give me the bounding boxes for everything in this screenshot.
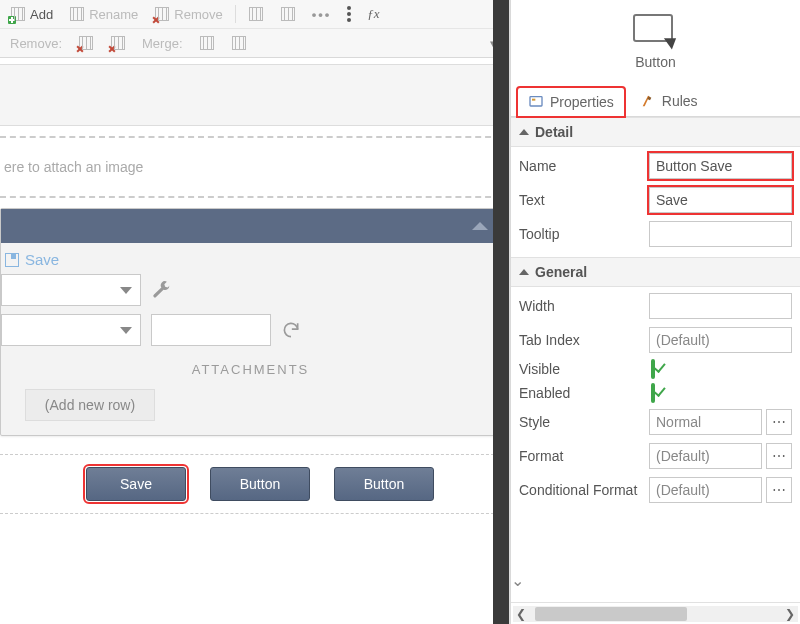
- section-detail-body: Name Text Tooltip: [511, 147, 800, 257]
- toolbar-grid-button-1[interactable]: [244, 4, 268, 24]
- form-card-title-text: Save: [25, 251, 59, 268]
- dots-vertical-icon: [347, 6, 351, 22]
- canvas-toolbar: Add Rename Remove ••• ƒx Remove:: [0, 0, 509, 58]
- caret-up-icon: [519, 269, 529, 275]
- merge-right-icon: [199, 35, 215, 51]
- properties-footer: ❮ ❯: [511, 602, 800, 624]
- scroll-right-button[interactable]: ❯: [782, 606, 798, 622]
- tab-rules-label: Rules: [662, 93, 698, 109]
- prop-condformat-input[interactable]: [649, 477, 762, 503]
- toolbar-separator: [235, 5, 236, 23]
- prop-visible-label: Visible: [519, 361, 649, 377]
- tab-properties-label: Properties: [550, 94, 614, 110]
- prop-enabled-checkbox[interactable]: [651, 383, 655, 403]
- section-detail-label: Detail: [535, 124, 573, 140]
- prop-condformat-label: Conditional Format: [519, 482, 649, 498]
- properties-header: Button: [511, 0, 800, 78]
- toolbar-add-button[interactable]: Add: [6, 4, 57, 24]
- design-button-3[interactable]: Button: [334, 467, 434, 501]
- button-control-icon: [633, 14, 679, 48]
- rules-icon: [640, 93, 656, 109]
- form-card-header[interactable]: [1, 209, 500, 243]
- toolbar-remove-col-b[interactable]: [106, 33, 130, 53]
- section-general-header[interactable]: General: [511, 257, 800, 287]
- toolbar-add-label: Add: [30, 7, 53, 22]
- merge-down-icon: [231, 35, 247, 51]
- wrench-icon[interactable]: [151, 280, 171, 300]
- grid-rename-icon: [69, 6, 85, 22]
- drop-zone-hint: ere to attach an image: [4, 159, 143, 175]
- caret-up-icon: [519, 129, 529, 135]
- toolbar-remove-button[interactable]: Remove: [150, 4, 226, 24]
- design-button-save[interactable]: Save: [86, 467, 186, 501]
- prop-style-input[interactable]: [649, 409, 762, 435]
- toolbar-merge-a[interactable]: [195, 33, 219, 53]
- prop-width-input[interactable]: [649, 293, 792, 319]
- horizontal-scrollbar[interactable]: ❮ ❯: [513, 606, 798, 622]
- grid-icon: [280, 6, 296, 22]
- properties-tabs: Properties Rules: [511, 78, 800, 117]
- scrollbar-thumb[interactable]: [535, 607, 687, 621]
- chevron-down-icon: [120, 327, 132, 334]
- chevron-down-icon: [120, 287, 132, 294]
- prop-width-label: Width: [519, 298, 649, 314]
- canvas-top-panel: [0, 64, 509, 126]
- toolbar-remove-label: Remove: [174, 7, 222, 22]
- combo-field-2[interactable]: [1, 314, 141, 346]
- properties-icon: [528, 94, 544, 110]
- save-icon: [5, 253, 19, 267]
- design-button-2[interactable]: Button: [210, 467, 310, 501]
- svg-rect-1: [532, 99, 535, 101]
- toolbar-remove-col-label: Remove:: [6, 34, 66, 53]
- toolbar-remove-col-a[interactable]: [74, 33, 98, 53]
- form-card: Save ATTACHMENTS (Add new row): [0, 208, 501, 436]
- combo-field-1[interactable]: [1, 274, 141, 306]
- toolbar-grid-button-2[interactable]: [276, 4, 300, 24]
- prop-condformat-ellipsis[interactable]: ⋯: [766, 477, 792, 503]
- remove-row-icon: [110, 35, 126, 51]
- toolbar-fx-button[interactable]: ƒx: [363, 4, 383, 24]
- grid-icon: [248, 6, 264, 22]
- chevron-up-icon: [472, 222, 488, 230]
- prop-text-label: Text: [519, 192, 649, 208]
- fx-icon: ƒx: [367, 6, 379, 22]
- toolbar-merge-label: Merge:: [138, 34, 186, 53]
- prop-enabled-label: Enabled: [519, 385, 649, 401]
- add-row-button[interactable]: (Add new row): [25, 389, 155, 421]
- prop-tooltip-input[interactable]: [649, 221, 792, 247]
- prop-style-label: Style: [519, 414, 649, 430]
- section-general-body: Width Tab Index Visible Enabled Style ⋯: [511, 287, 800, 513]
- prop-name-label: Name: [519, 158, 649, 174]
- prop-format-input[interactable]: [649, 443, 762, 469]
- prop-text-input[interactable]: [649, 187, 792, 213]
- design-canvas-pane: Add Rename Remove ••• ƒx Remove:: [0, 0, 510, 624]
- svg-rect-0: [530, 97, 542, 106]
- image-drop-zone[interactable]: ere to attach an image: [0, 136, 501, 198]
- scrollbar-track[interactable]: [529, 607, 782, 621]
- prop-tabindex-input[interactable]: [649, 327, 792, 353]
- prop-name-input[interactable]: [649, 153, 792, 179]
- prop-tooltip-label: Tooltip: [519, 226, 649, 242]
- toolbar-menu-button[interactable]: [343, 4, 355, 24]
- tab-properties[interactable]: Properties: [517, 87, 625, 117]
- control-type-label: Button: [511, 54, 800, 70]
- toolbar-more-button[interactable]: •••: [308, 5, 336, 24]
- pane-resize-gutter[interactable]: [493, 0, 509, 624]
- prop-visible-checkbox[interactable]: [651, 359, 655, 379]
- section-detail-header[interactable]: Detail: [511, 117, 800, 147]
- canvas-body: ere to attach an image Save: [0, 58, 509, 622]
- grid-remove-icon: [154, 6, 170, 22]
- toolbar-merge-b[interactable]: [227, 33, 251, 53]
- prop-format-label: Format: [519, 448, 649, 464]
- prop-format-ellipsis[interactable]: ⋯: [766, 443, 792, 469]
- scroll-left-button[interactable]: ❮: [513, 606, 529, 622]
- text-field-1[interactable]: [151, 314, 271, 346]
- form-card-title: Save: [1, 243, 500, 270]
- prop-style-ellipsis[interactable]: ⋯: [766, 409, 792, 435]
- toolbar-rename-button[interactable]: Rename: [65, 4, 142, 24]
- tab-rules[interactable]: Rules: [629, 86, 709, 116]
- refresh-icon[interactable]: [281, 320, 301, 340]
- dots-horizontal-icon: •••: [312, 7, 332, 22]
- collapse-pane-chevron[interactable]: ⌄: [507, 571, 527, 590]
- prop-tabindex-label: Tab Index: [519, 332, 649, 348]
